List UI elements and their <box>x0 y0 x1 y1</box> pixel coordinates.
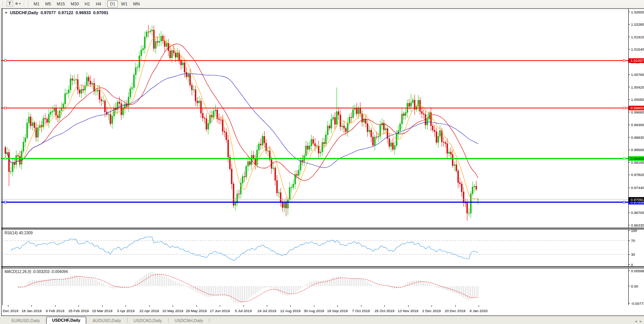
rsi-label: RSI(14) 40.2309 <box>5 231 33 235</box>
timeframe-button-m5[interactable]: M5 <box>42 0 54 7</box>
ohlc-close: 0.97091 <box>93 10 108 15</box>
date-label: 6 Feb 2019 <box>46 309 64 313</box>
macd-indicator-pane[interactable]: 0.0059860.00-0.007733 MACD(12,26,9) -0.0… <box>2 268 644 305</box>
timeframe-button-mn[interactable]: MN <box>131 0 142 7</box>
date-label: 22 Apr 2019 <box>139 309 159 313</box>
date-label: 7 Oct 2019 <box>352 309 370 313</box>
date-tick <box>408 305 409 307</box>
tab-usdchf[interactable]: USDCHF,Daily <box>46 317 86 324</box>
date-label: 5 Jul 2019 <box>235 309 252 313</box>
rsi-tick-label: 70 <box>631 238 635 243</box>
date-tick <box>126 305 126 307</box>
date-label: 25 Oct 2019 <box>374 309 394 313</box>
level-price-label: 0.99800 <box>631 106 644 110</box>
text-tool-button[interactable]: T <box>7 1 13 7</box>
date-tick <box>102 305 103 307</box>
date-tick <box>432 305 432 307</box>
date-label: 31 Dec 2018 <box>2 309 18 313</box>
ohlc-high: 0.97122 <box>58 10 74 15</box>
date-tick <box>337 305 338 307</box>
price-tick-label: 0.97440 <box>631 186 644 190</box>
tab-divider <box>209 318 209 323</box>
macd-tick-label: 0.005986 <box>631 269 644 273</box>
price-tick-label: 1.00050 <box>631 97 644 102</box>
chart-symbol-label: USDCHF,Daily <box>10 10 38 15</box>
toolbar-grip-icon[interactable] <box>27 1 29 7</box>
chart-window: 1.026501.022801.019101.015401.011701.007… <box>1 8 644 316</box>
dropdown-caret-icon[interactable]: ▾ <box>19 2 21 5</box>
macd-chart-canvas[interactable]: 0.0059860.00-0.007733 <box>2 268 644 305</box>
price-tick-label: 1.01910 <box>631 35 644 39</box>
date-tick <box>31 305 32 307</box>
toolbar-grip-icon[interactable] <box>2 1 4 7</box>
date-label: 3 Apr 2019 <box>117 309 134 313</box>
date-label: 18 Jan 2019 <box>21 309 41 313</box>
tab-usdcnh[interactable]: USDCNH,Daily <box>168 317 209 324</box>
price-tick-label: 1.00790 <box>631 72 644 77</box>
tab-usdcad[interactable]: USDCAD,Daily <box>127 317 168 324</box>
main-chart-pane[interactable]: 1.026501.022801.019101.015401.011701.007… <box>2 9 644 228</box>
date-label: 30 Aug 2019 <box>304 309 324 313</box>
timeframe-button-w1[interactable]: W1 <box>118 0 130 7</box>
macd-tick-label: 0.00 <box>631 284 638 288</box>
date-tick <box>196 305 197 307</box>
date-tick <box>361 305 361 307</box>
price-tick-label: 1.01540 <box>631 47 644 51</box>
date-tick <box>455 305 456 307</box>
price-tick-label: 1.02650 <box>631 10 644 14</box>
price-tick-label: 0.96330 <box>631 223 644 227</box>
date-tick <box>384 305 385 307</box>
level-price-label: 0.98303 <box>631 156 644 161</box>
date-tick <box>149 305 150 307</box>
price-tick-label: 0.98930 <box>631 135 644 140</box>
date-tick <box>220 305 220 307</box>
current-price-label: 0.97091 <box>631 197 644 202</box>
date-label: 29 May 2019 <box>186 309 207 313</box>
macd-tick-label: -0.007733 <box>631 301 644 306</box>
ma-fast-line <box>5 37 478 199</box>
candlestick-chart-canvas[interactable]: 1.026501.022801.019101.015401.011701.007… <box>2 9 644 228</box>
timeframe-button-d1[interactable]: D1 <box>107 0 118 7</box>
symbol-dropdown-icon[interactable]: ▼ <box>5 11 8 15</box>
macd-label: MACD(12,26,9) -0.003203 -0.004094 <box>5 270 68 274</box>
timeframe-button-m15[interactable]: M15 <box>54 0 67 7</box>
date-label: 8 Jan 2020 <box>469 309 487 313</box>
price-tick-label: 0.99680 <box>631 110 644 114</box>
date-label: 25 Feb 2019 <box>69 309 89 313</box>
timeframe-button-h4[interactable]: H4 <box>93 0 104 7</box>
price-tick-label: 0.98190 <box>631 160 644 164</box>
ohlc-open: 0.97077 <box>41 10 56 15</box>
objects-icon: ❖ <box>15 2 18 6</box>
tab-audusd[interactable]: AUDUSD,Daily <box>87 317 127 324</box>
objects-tool-button[interactable]: ❖ ▾ <box>14 1 22 6</box>
rsi-tick-label: 0 <box>631 263 633 267</box>
tab-nav: ◂▸ <box>635 319 642 323</box>
tab-scroll-right-icon[interactable]: ▸ <box>640 319 642 323</box>
level-price-label: 1.01207 <box>631 58 644 62</box>
timeframe-button-group: M1M5M15M30H1H4D1W1MN <box>31 0 142 7</box>
date-tick <box>244 305 244 307</box>
price-tick-label: 0.97820 <box>631 173 644 177</box>
timeframe-button-m1[interactable]: M1 <box>31 0 42 7</box>
tab-eurusd[interactable]: EURUSD,Daily <box>5 317 46 324</box>
rsi-tick-label: 30 <box>631 252 635 257</box>
date-tick <box>314 305 314 307</box>
date-label: 17 Jun 2019 <box>210 309 230 313</box>
rsi-indicator-pane[interactable]: 10070300 RSI(14) 40.2309 <box>2 230 644 266</box>
tab-scroll-left-icon[interactable]: ◂ <box>635 319 637 323</box>
date-label: 18 Sep 2019 <box>327 309 348 313</box>
date-axis[interactable]: 31 Dec 201818 Jan 20196 Feb 201925 Feb 2… <box>2 305 644 316</box>
date-tick <box>479 305 479 307</box>
date-label: 10 May 2019 <box>162 309 183 313</box>
date-label: 20 Dec 2019 <box>445 309 466 313</box>
timeframe-button-h1[interactable]: H1 <box>82 0 93 7</box>
date-tick <box>8 305 8 307</box>
price-tick-label: 1.02280 <box>631 22 644 26</box>
symbol-tab-bar: EURUSD,DailyUSDCHF,DailyAUDUSD,DailyUSDC… <box>0 316 644 324</box>
rsi-chart-canvas[interactable]: 10070300 <box>2 230 644 266</box>
date-label: 15 Mar 2019 <box>92 309 112 313</box>
date-tick <box>78 305 79 307</box>
timeframe-button-m30[interactable]: M30 <box>68 0 82 7</box>
rsi-tick-label: 100 <box>631 230 637 233</box>
rsi-line <box>11 237 478 261</box>
